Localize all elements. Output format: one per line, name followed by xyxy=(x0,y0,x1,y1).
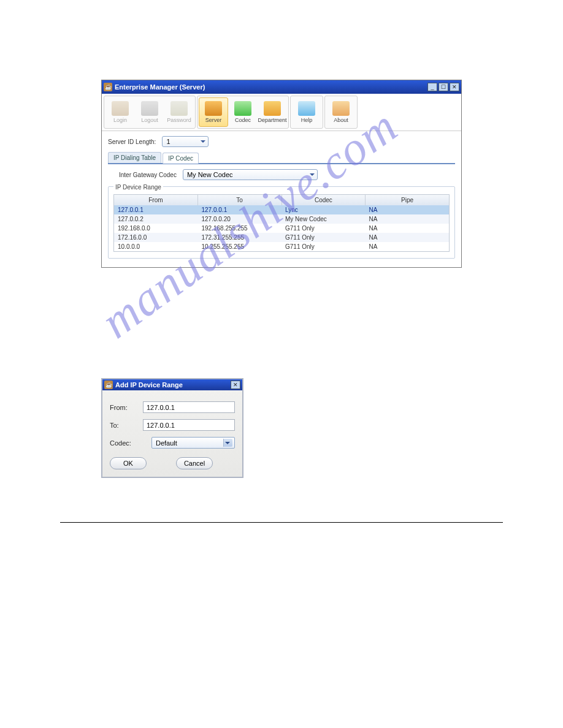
toolbar: LoginLogoutPasswordServerCodecDepartment… xyxy=(102,94,461,131)
col-pipe[interactable]: Pipe xyxy=(366,195,449,205)
cell-pipe: NA xyxy=(366,233,450,242)
toolbar-label: Department xyxy=(258,117,286,123)
password-icon xyxy=(170,101,188,116)
cell-codec: G711 Only xyxy=(282,233,366,242)
ip-device-range-legend: IP Device Range xyxy=(113,184,163,191)
cell-pipe: NA xyxy=(366,205,450,214)
table-row[interactable]: 10.0.0.010.255.255.255G711 OnlyNA xyxy=(114,242,449,251)
table-row[interactable]: 127.0.0.2127.0.0.20My New CodecNA xyxy=(114,214,449,224)
server-button[interactable]: Server xyxy=(199,97,228,127)
toolbar-label: Logout xyxy=(141,117,158,123)
login-icon xyxy=(112,101,129,116)
codec-icon xyxy=(234,101,251,116)
login-button[interactable]: Login xyxy=(105,97,135,127)
ip-device-range-group: IP Device Range From To Codec Pipe 127.0… xyxy=(108,186,455,259)
col-from[interactable]: From xyxy=(114,195,198,205)
page-separator xyxy=(60,522,503,523)
tab-ip-dialing-table[interactable]: IP Dialing Table xyxy=(108,152,161,163)
enterprise-manager-window: ☕ Enterprise Manager (Server) _ ☐ ✕ Logi… xyxy=(101,80,462,268)
table-row[interactable]: 127.0.0.1127.0.0.1LyncNA xyxy=(114,205,449,214)
toolbar-label: Help xyxy=(301,117,313,123)
cell-pipe: NA xyxy=(366,242,450,251)
cell-codec: Lync xyxy=(282,205,366,214)
toolbar-label: Password xyxy=(167,117,191,123)
cell-codec: G711 Only xyxy=(282,242,366,251)
cell-pipe: NA xyxy=(366,224,450,233)
to-label: To: xyxy=(110,422,143,429)
cell-to: 127.0.0.1 xyxy=(198,205,282,214)
password-button[interactable]: Password xyxy=(164,97,194,127)
cell-from: 127.0.0.2 xyxy=(114,214,198,224)
help-button[interactable]: Help xyxy=(292,97,321,127)
codec-button[interactable]: Codec xyxy=(228,97,258,127)
dialog-close-button[interactable]: ✕ xyxy=(231,381,240,389)
inter-gateway-codec-label: Inter Gateway Codec xyxy=(119,172,177,178)
java-icon: ☕ xyxy=(104,83,112,91)
col-codec[interactable]: Codec xyxy=(282,195,366,205)
tabstrip: IP Dialing Table IP Codec xyxy=(108,152,455,164)
cell-to: 192.168.255.255 xyxy=(198,224,282,233)
cell-to: 10.255.255.255 xyxy=(198,242,282,251)
logout-button[interactable]: Logout xyxy=(135,97,164,127)
codec-label: Codec: xyxy=(110,439,151,447)
maximize-button[interactable]: ☐ xyxy=(439,83,448,91)
cell-codec: G711 Only xyxy=(282,224,366,233)
server-id-length-combo[interactable]: 1 xyxy=(162,136,209,147)
about-icon xyxy=(332,101,350,116)
dialog-titlebar[interactable]: ☕ Add IP Device Range ✕ xyxy=(102,379,242,390)
help-icon xyxy=(298,101,315,116)
titlebar[interactable]: ☕ Enterprise Manager (Server) _ ☐ ✕ xyxy=(102,80,461,94)
department-icon xyxy=(264,101,281,116)
to-input[interactable] xyxy=(143,419,235,431)
toolbar-label: About xyxy=(334,117,348,123)
department-button[interactable]: Department xyxy=(258,97,287,127)
table-row[interactable]: 192.168.0.0192.168.255.255G711 OnlyNA xyxy=(114,224,449,233)
toolbar-label: Server xyxy=(205,117,222,123)
about-button[interactable]: About xyxy=(326,97,356,127)
add-ip-device-range-dialog: ☕ Add IP Device Range ✕ From: To: Codec:… xyxy=(101,378,243,478)
cell-from: 10.0.0.0 xyxy=(114,242,198,251)
cancel-button[interactable]: Cancel xyxy=(176,457,213,469)
dialog-title: Add IP Device Range xyxy=(115,381,231,389)
cell-from: 127.0.0.1 xyxy=(114,205,198,214)
cell-from: 192.168.0.0 xyxy=(114,224,198,233)
cell-from: 172.16.0.0 xyxy=(114,233,198,242)
tab-ip-codec[interactable]: IP Codec xyxy=(163,153,199,164)
codec-combo[interactable]: Default xyxy=(151,437,235,449)
close-button[interactable]: ✕ xyxy=(450,83,459,91)
cell-codec: My New Codec xyxy=(282,214,366,224)
window-title: Enterprise Manager (Server) xyxy=(115,83,427,91)
cell-to: 172.31.255.255 xyxy=(198,233,282,242)
toolbar-label: Login xyxy=(113,117,127,123)
minimize-button[interactable]: _ xyxy=(427,83,437,91)
java-icon: ☕ xyxy=(104,381,113,389)
inter-gateway-codec-combo[interactable]: My New Codec xyxy=(183,169,318,180)
cell-pipe: NA xyxy=(366,214,450,224)
server-id-length-label: Server ID Length: xyxy=(108,138,156,145)
table-row[interactable]: 172.16.0.0172.31.255.255G711 OnlyNA xyxy=(114,233,449,242)
toolbar-label: Codec xyxy=(235,117,251,123)
ok-button[interactable]: OK xyxy=(110,457,147,469)
cell-to: 127.0.0.20 xyxy=(198,214,282,224)
logout-icon xyxy=(141,101,158,116)
from-input[interactable] xyxy=(143,401,235,413)
server-icon xyxy=(205,101,222,116)
col-to[interactable]: To xyxy=(198,195,282,205)
from-label: From: xyxy=(110,404,143,411)
table-header: From To Codec Pipe xyxy=(114,195,449,205)
